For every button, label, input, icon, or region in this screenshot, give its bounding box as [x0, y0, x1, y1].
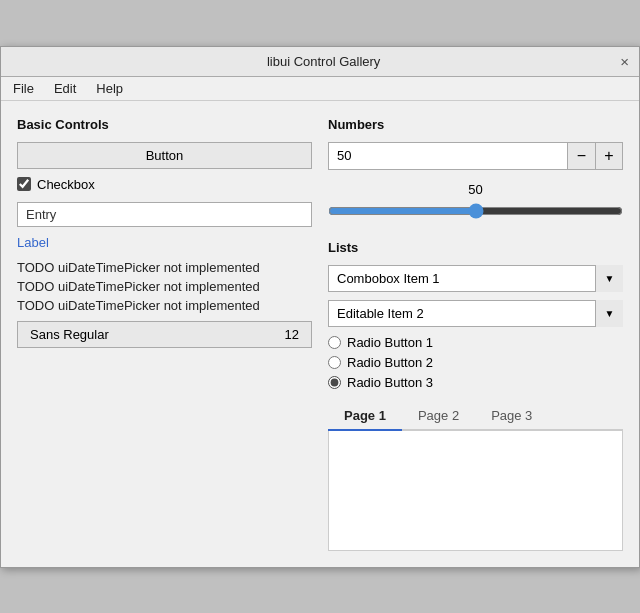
radio-label-1: Radio Button 2 [347, 355, 433, 370]
basic-controls-title: Basic Controls [17, 117, 312, 132]
radio-label-0: Radio Button 1 [347, 335, 433, 350]
radio-row-0: Radio Button 1 [328, 335, 623, 350]
slider-value: 50 [328, 182, 623, 197]
combobox-row: Combobox Item 1 Combobox Item 2 Combobox… [328, 265, 623, 292]
checkbox-row: Checkbox [17, 177, 312, 192]
checkbox-label: Checkbox [37, 177, 95, 192]
menu-file[interactable]: File [9, 79, 38, 98]
radio-button-1[interactable] [328, 356, 341, 369]
combobox-select[interactable]: Combobox Item 1 Combobox Item 2 Combobox… [328, 265, 623, 292]
todo-item-1: TODO uiDateTimePicker not implemented [17, 279, 312, 294]
font-button-label: Sans Regular [30, 327, 109, 342]
tab-panel: Page 1 Page 2 Page 3 [328, 402, 623, 551]
font-button[interactable]: Sans Regular 12 [17, 321, 312, 348]
radio-button-2[interactable] [328, 376, 341, 389]
checkbox-input[interactable] [17, 177, 31, 191]
tab-bar: Page 1 Page 2 Page 3 [328, 402, 623, 431]
numbers-title: Numbers [328, 117, 623, 132]
right-panel: Numbers − + 50 Lists Combobox Item 1 [328, 117, 623, 551]
radio-group: Radio Button 1 Radio Button 2 Radio Butt… [328, 335, 623, 390]
font-button-size: 12 [285, 327, 299, 342]
lists-title: Lists [328, 240, 623, 255]
entry-input[interactable] [17, 202, 312, 227]
spinbox-input[interactable] [328, 142, 567, 170]
todo-item-2: TODO uiDateTimePicker not implemented [17, 298, 312, 313]
title-bar: libui Control Gallery × [1, 47, 639, 77]
main-button[interactable]: Button [17, 142, 312, 169]
label-text: Label [17, 235, 312, 250]
spinbox-minus-button[interactable]: − [567, 142, 595, 170]
radio-button-0[interactable] [328, 336, 341, 349]
main-content: Basic Controls Button Checkbox Label TOD… [1, 101, 639, 567]
lists-section: Lists Combobox Item 1 Combobox Item 2 Co… [328, 240, 623, 551]
todo-item-0: TODO uiDateTimePicker not implemented [17, 260, 312, 275]
tab-page3[interactable]: Page 3 [475, 402, 548, 431]
editable-combobox-select[interactable]: Editable Item 1 Editable Item 2 Editable… [328, 300, 623, 327]
slider-input[interactable] [328, 201, 623, 221]
app-window: libui Control Gallery × File Edit Help B… [0, 46, 640, 568]
tab-content [328, 431, 623, 551]
menu-help[interactable]: Help [92, 79, 127, 98]
tab-page1[interactable]: Page 1 [328, 402, 402, 431]
radio-label-2: Radio Button 3 [347, 375, 433, 390]
editable-combobox-row: Editable Item 1 Editable Item 2 Editable… [328, 300, 623, 327]
radio-row-1: Radio Button 2 [328, 355, 623, 370]
radio-row-2: Radio Button 3 [328, 375, 623, 390]
menu-bar: File Edit Help [1, 77, 639, 101]
left-panel: Basic Controls Button Checkbox Label TOD… [17, 117, 312, 551]
window-title: libui Control Gallery [29, 54, 618, 69]
slider-container: 50 [328, 182, 623, 224]
spinbox-row: − + [328, 142, 623, 170]
numbers-section: Numbers − + 50 [328, 117, 623, 224]
menu-edit[interactable]: Edit [50, 79, 80, 98]
spinbox-plus-button[interactable]: + [595, 142, 623, 170]
tab-page2[interactable]: Page 2 [402, 402, 475, 431]
close-button[interactable]: × [618, 53, 631, 70]
